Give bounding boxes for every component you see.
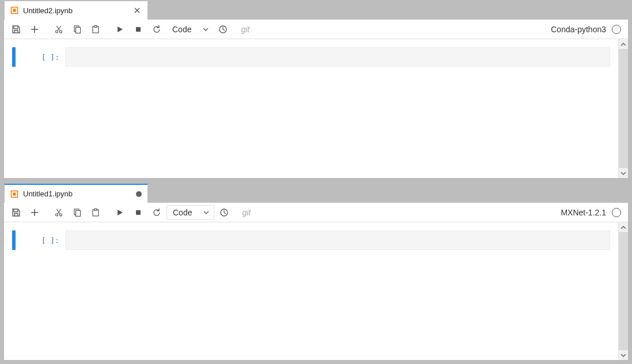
save-button[interactable]	[7, 204, 25, 221]
vertical-scrollbar[interactable]	[618, 39, 628, 178]
svg-rect-8	[136, 27, 141, 32]
notebook-content[interactable]: [ ]:	[4, 39, 618, 178]
notebook-content[interactable]: [ ]:	[4, 222, 618, 360]
restart-button[interactable]	[148, 21, 165, 37]
tab-title: Untitled1.ipynb	[23, 189, 73, 198]
scroll-down-icon[interactable]	[619, 350, 628, 360]
save-button[interactable]	[7, 21, 25, 37]
scroll-track[interactable]	[619, 49, 628, 168]
chevron-down-icon	[203, 210, 209, 215]
cell-type-selector[interactable]: Code	[166, 205, 214, 220]
notebook-tab[interactable]: Untitled2.ipynb	[4, 1, 148, 20]
tab-title: Untitled2.ipynb	[23, 6, 73, 15]
command-history-button[interactable]	[215, 204, 233, 221]
notebook-tab[interactable]: Untitled1.ipynb	[4, 184, 148, 203]
cell-marker[interactable]	[12, 47, 16, 67]
paste-button[interactable]	[87, 204, 104, 221]
cell-prompt: [ ]:	[41, 53, 59, 62]
cell-marker[interactable]	[12, 230, 16, 250]
insert-cell-button[interactable]	[26, 21, 43, 37]
notebook-pane-bottom: Untitled1.ipynb C	[3, 183, 629, 361]
git-label[interactable]: git	[242, 208, 251, 217]
code-cell[interactable]: [ ]:	[12, 47, 610, 67]
notebook-pane-top: Untitled2.ipynb	[3, 0, 629, 179]
copy-button[interactable]	[69, 21, 86, 37]
chevron-down-icon	[203, 26, 209, 32]
cell-type-selector[interactable]: Code	[166, 22, 213, 37]
close-icon[interactable]	[133, 6, 142, 15]
svg-rect-1	[13, 9, 16, 12]
svg-rect-15	[76, 210, 81, 216]
cut-button[interactable]	[50, 21, 67, 37]
interrupt-button[interactable]	[130, 21, 147, 37]
kernel-status-icon[interactable]	[612, 25, 621, 34]
restart-button[interactable]	[148, 204, 165, 221]
git-label[interactable]: git	[241, 25, 249, 34]
run-button[interactable]	[111, 21, 128, 37]
cut-button[interactable]	[50, 204, 67, 221]
cell-input[interactable]	[65, 230, 610, 250]
cell-input[interactable]	[65, 47, 610, 67]
tab-bar: Untitled1.ipynb	[4, 184, 628, 203]
cell-type-label: Code	[172, 25, 191, 34]
insert-cell-button[interactable]	[26, 204, 43, 221]
vertical-scrollbar[interactable]	[618, 222, 628, 360]
kernel-status-icon[interactable]	[612, 208, 621, 217]
interrupt-button[interactable]	[130, 204, 147, 221]
scroll-down-icon[interactable]	[619, 168, 628, 178]
command-history-button[interactable]	[214, 21, 232, 37]
cell-prompt-area: [ ]:	[19, 47, 65, 67]
svg-rect-11	[13, 192, 16, 195]
svg-rect-18	[136, 210, 141, 215]
unsaved-indicator-icon[interactable]	[136, 191, 142, 197]
code-cell[interactable]: [ ]:	[12, 230, 610, 250]
notebook-toolbar: Code git MXNet-1.2.1	[4, 203, 628, 222]
notebook-toolbar: Code git Conda-python3	[4, 20, 628, 39]
svg-rect-5	[76, 27, 81, 33]
kernel-name[interactable]: MXNet-1.2.1	[561, 208, 606, 217]
notebook-body: [ ]:	[4, 222, 628, 360]
scroll-up-icon[interactable]	[619, 39, 628, 49]
kernel-name[interactable]: Conda-python3	[551, 25, 606, 34]
cell-prompt: [ ]:	[41, 236, 59, 245]
scroll-track[interactable]	[619, 232, 628, 350]
svg-rect-7	[94, 25, 97, 27]
cell-type-label: Code	[173, 208, 192, 217]
notebook-body: [ ]:	[4, 39, 628, 178]
notebook-icon	[10, 190, 18, 198]
copy-button[interactable]	[69, 204, 86, 221]
cell-prompt-area: [ ]:	[19, 230, 65, 250]
notebook-icon	[10, 6, 18, 14]
svg-rect-17	[94, 208, 97, 210]
tab-bar: Untitled2.ipynb	[4, 1, 628, 20]
run-button[interactable]	[111, 204, 128, 221]
paste-button[interactable]	[87, 21, 104, 37]
scroll-up-icon[interactable]	[619, 222, 628, 232]
